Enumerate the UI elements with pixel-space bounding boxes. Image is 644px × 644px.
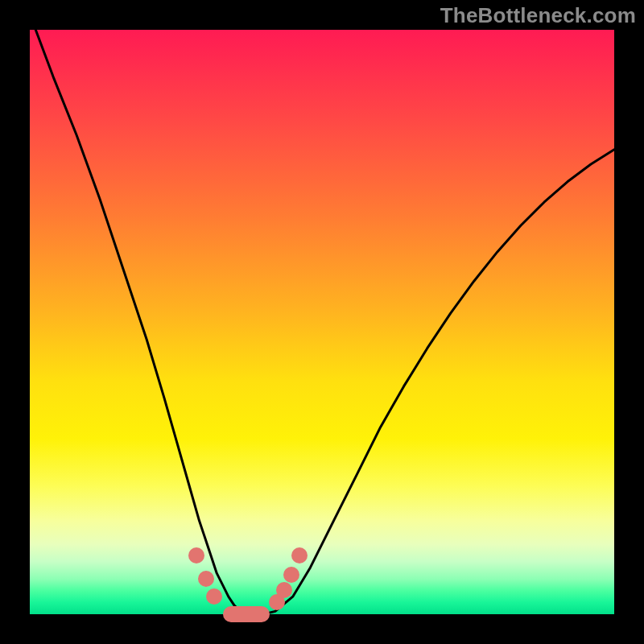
gradient-plot-area (30, 30, 614, 614)
curve-marker (291, 547, 308, 564)
chart-frame: TheBottleneck.com (0, 0, 644, 644)
watermark-text: TheBottleneck.com (440, 3, 636, 28)
curve-marker (206, 588, 222, 605)
bottleneck-curve (30, 30, 614, 614)
curve-marker (283, 567, 299, 583)
curve-marker (276, 582, 292, 598)
curve-marker (198, 571, 214, 587)
flat-bead-segment (223, 606, 270, 622)
curve-marker (188, 547, 204, 564)
